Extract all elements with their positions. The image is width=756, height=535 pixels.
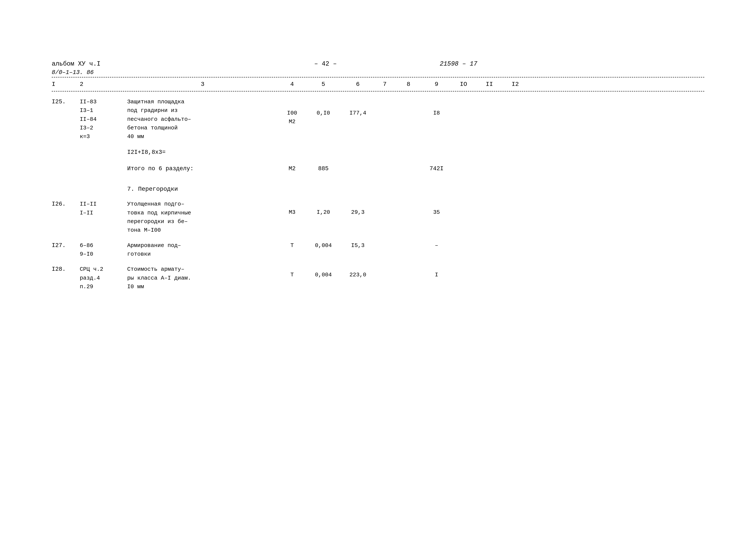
- col-header-5: 5: [306, 81, 340, 88]
- total-6-col9: 742I: [422, 165, 450, 172]
- page: альбом ХУ ч.I – 42 – 21598 – 17 8/0–1–13…: [0, 0, 756, 535]
- col-header-6: 6: [340, 81, 375, 88]
- col-header-8: 8: [394, 81, 422, 88]
- sub-header-row: 8/0–1–13. 86: [52, 69, 704, 76]
- dashed-line-top: [52, 77, 704, 77]
- col-header-1: I: [52, 81, 80, 88]
- row-125-col9: I8: [422, 98, 450, 117]
- doc-num-label: 21598 – 17: [422, 60, 704, 68]
- row-128-col1: I28.: [52, 265, 80, 274]
- row-128-col2: СРЦ ч.2разд.4п.29: [80, 265, 127, 291]
- col-header-12: I2: [502, 81, 528, 88]
- row-125-col4: I00M2: [278, 98, 306, 126]
- row-127-col1: I27.: [52, 241, 80, 250]
- row-127-col9: –: [422, 241, 450, 250]
- album-label: альбом ХУ ч.I: [52, 60, 173, 68]
- row-127-col5: 0,004: [306, 241, 340, 250]
- row-126-col1: I26.: [52, 200, 80, 209]
- table-row-128: I28. СРЦ ч.2разд.4п.29 Стоимость армату–…: [52, 264, 704, 292]
- col-header-2: 2: [80, 81, 127, 88]
- col-header-3: 3: [127, 81, 278, 88]
- total-6-col3: Итого по 6 разделу:: [127, 165, 278, 172]
- row-127-col6: I5,3: [340, 241, 375, 250]
- row-127-col4: T: [278, 241, 306, 250]
- row-128-col6: 223,0: [340, 265, 375, 279]
- row-127-col2: 6–869–I0: [80, 241, 127, 259]
- row-126-col5: I,20: [306, 200, 340, 216]
- col-header-9: 9: [422, 81, 450, 88]
- row-126-col3: Утолщенная подго–товка под кирпичныепере…: [127, 200, 278, 235]
- row-126-col4: M3: [278, 200, 306, 216]
- sub-ref-label: 8/0–1–13. 86: [52, 69, 155, 76]
- row-128-col9: I: [422, 265, 450, 279]
- row-126-col2: II–III–II: [80, 200, 127, 217]
- row-128-col4: T: [278, 265, 306, 279]
- table-row-127: I27. 6–869–I0 Армирование под–готовки T …: [52, 240, 704, 260]
- row-125-col1: I25.: [52, 98, 80, 106]
- row-125-col2: II–83I3–1II–84I3–2к=3: [80, 98, 127, 141]
- table-row-125: I25. II–83I3–1II–84I3–2к=3 Защитная площ…: [52, 96, 704, 142]
- dashed-line-cols: [52, 91, 704, 92]
- table-row-126: I26. II–III–II Утолщенная подго–товка по…: [52, 198, 704, 236]
- row-125-col5: 0,I0: [306, 98, 340, 117]
- row-128-col5: 0,004: [306, 265, 340, 279]
- section-7-title: 7. Перегородки: [52, 182, 704, 195]
- row-126-col6: 29,3: [340, 200, 375, 216]
- total-6-col4: M2: [278, 165, 306, 172]
- col-header-10: IO: [450, 81, 476, 88]
- section-7-label: 7. Перегородки: [127, 186, 178, 192]
- row-125-col6: I77,4: [340, 98, 375, 117]
- columns-header: I 2 3 4 5 6 7 8 9 IO II I2: [52, 79, 704, 90]
- col-header-7: 7: [375, 81, 394, 88]
- row-127-col3: Армирование под–готовки: [127, 241, 278, 259]
- row-125-col3: Защитная площадкапод градирни изпесчаног…: [127, 98, 278, 141]
- total-6-col5: 885: [306, 165, 340, 172]
- formula-row: I2I+I8,8x3=: [52, 147, 704, 157]
- col-header-11: II: [476, 81, 502, 88]
- header-row: альбом ХУ ч.I – 42 – 21598 – 17: [52, 60, 704, 68]
- total-row-6: Итого по 6 разделу: M2 885 742I: [52, 163, 704, 174]
- formula-text: I2I+I8,8x3=: [127, 149, 166, 155]
- col-header-4: 4: [278, 81, 306, 88]
- row-126-col9: 35: [422, 200, 450, 216]
- page-num-label: – 42 –: [297, 60, 354, 68]
- row-128-col3: Стоимость армату–ры класса А–I диам.I0 м…: [127, 265, 278, 291]
